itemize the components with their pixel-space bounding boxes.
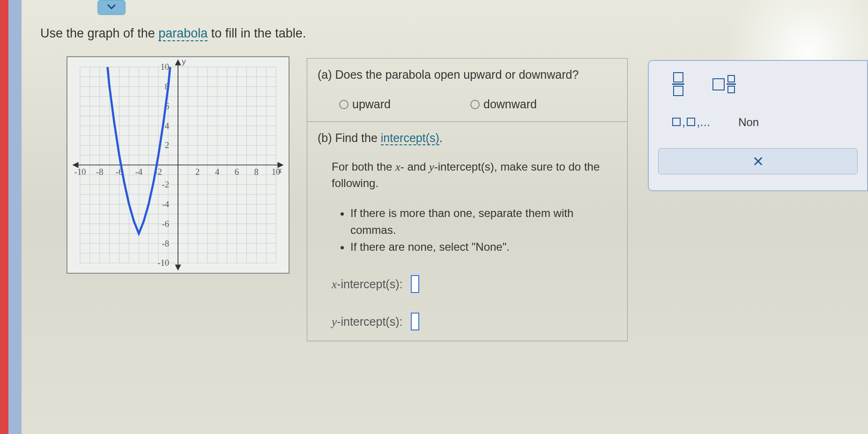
y-var: y [332, 315, 337, 328]
svg-text:6: 6 [235, 167, 239, 177]
left-edge-blue [8, 0, 22, 434]
chevron-down-icon [107, 3, 116, 12]
radio-downward-label: downward [483, 97, 537, 111]
bullet-commas: If there is more than one, separate them… [350, 205, 617, 239]
y-axis-label: y [182, 57, 186, 66]
svg-marker-45 [176, 265, 180, 269]
instruction-text: Use the graph of the parabola to fill in… [40, 26, 306, 41]
dropdown-toggle[interactable] [97, 0, 126, 15]
question-a-prompt: (a) Does the parabola open upward or dow… [318, 68, 617, 82]
svg-text:-10: -10 [157, 258, 169, 268]
svg-text:-4: -4 [162, 199, 170, 209]
radio-upward[interactable]: upward [339, 97, 391, 111]
question-b-term-link[interactable]: intercept(s) [381, 131, 439, 145]
svg-text:2: 2 [195, 167, 200, 177]
tool-panel: ,,... Non ✕ [648, 60, 868, 191]
y-intercept-input[interactable] [411, 313, 419, 330]
radio-circle-icon [339, 100, 349, 109]
close-button[interactable]: ✕ [658, 148, 858, 174]
svg-text:10: 10 [160, 62, 169, 72]
close-icon: ✕ [752, 153, 764, 170]
svg-text:4: 4 [165, 121, 170, 131]
y-intercept-label: -intercept(s): [337, 315, 402, 328]
parabola-chart: -10-8-6-4-2246810-10-8-6-4-2246810 x y [67, 57, 289, 273]
list-tool[interactable]: ,,... [672, 115, 710, 129]
instruction-term-link[interactable]: parabola [158, 26, 208, 41]
svg-text:4: 4 [215, 167, 220, 177]
svg-text:-8: -8 [96, 167, 104, 177]
radio-circle-icon [470, 100, 480, 109]
x-intercept-row: x-intercept(s): [307, 266, 627, 303]
radio-downward[interactable]: downward [470, 97, 537, 111]
none-tool[interactable]: Non [738, 116, 759, 129]
left-edge-red [0, 0, 8, 434]
x-var: x [332, 278, 337, 291]
x-intercept-input[interactable] [411, 275, 419, 293]
question-a-row: (a) Does the parabola open upward or dow… [307, 59, 627, 122]
y-intercept-row: y-intercept(s): [307, 303, 627, 341]
svg-text:-10: -10 [74, 167, 86, 177]
radio-upward-label: upward [352, 97, 391, 111]
mixed-number-tool[interactable] [712, 75, 736, 93]
x-intercept-label: -intercept(s): [337, 277, 402, 291]
bullet-none: If there are none, select "None". [350, 239, 617, 255]
svg-text:8: 8 [254, 167, 259, 177]
svg-text:-2: -2 [162, 180, 170, 189]
instruction-prefix: Use the graph of the [40, 26, 158, 40]
svg-text:-6: -6 [162, 219, 170, 229]
fraction-tool[interactable] [672, 72, 684, 96]
question-b-prefix: (b) Find the [318, 131, 381, 144]
question-b-row: (b) Find the intercept(s). For both the … [307, 122, 627, 266]
svg-text:2: 2 [165, 140, 169, 150]
svg-text:-8: -8 [162, 239, 170, 248]
question-b-suffix: . [439, 131, 443, 144]
instruction-suffix: to fill in the table. [208, 26, 306, 40]
question-b-subtext-1: For both the x- and y-intercept(s), make… [332, 160, 600, 189]
svg-marker-44 [176, 60, 180, 65]
question-panel: (a) Does the parabola open upward or dow… [307, 58, 628, 341]
svg-text:-4: -4 [135, 167, 143, 177]
x-axis-label: x [278, 166, 282, 175]
graph-panel: -10-8-6-4-2246810-10-8-6-4-2246810 x y [67, 56, 289, 274]
